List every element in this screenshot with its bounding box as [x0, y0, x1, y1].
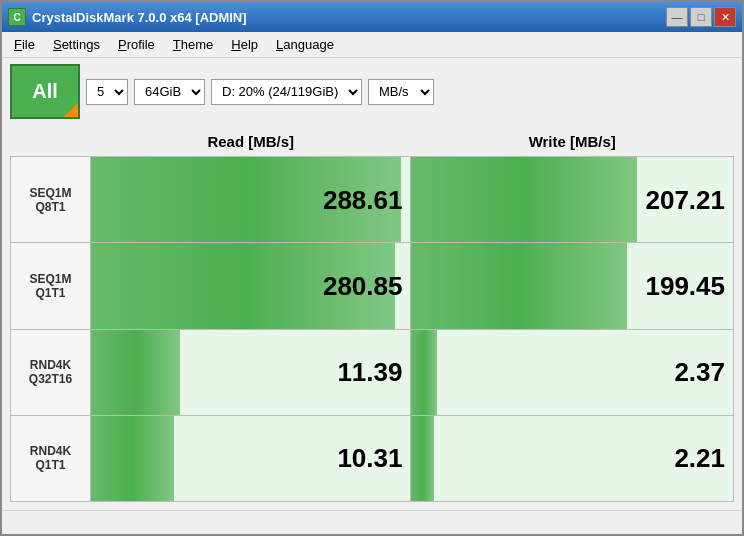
menu-language[interactable]: Language	[268, 34, 342, 55]
drive-select[interactable]: D: 20% (24/119GiB) C:	[211, 79, 362, 105]
table-row: RND4K Q32T16 11.39 2.37	[11, 329, 734, 415]
write-bar	[411, 243, 626, 328]
title-bar-left: C CrystalDiskMark 7.0.0 x64 [ADMIN]	[8, 8, 247, 26]
runs-dropdown[interactable]: 5 1 3 9	[86, 79, 128, 105]
write-value: 2.37	[674, 357, 725, 388]
read-cell: 10.31	[91, 415, 411, 501]
window-title: CrystalDiskMark 7.0.0 x64 [ADMIN]	[32, 10, 247, 25]
close-button[interactable]: ✕	[714, 7, 736, 27]
menu-settings[interactable]: Settings	[45, 34, 108, 55]
menu-help[interactable]: Help	[223, 34, 266, 55]
benchmark-table: Read [MB/s] Write [MB/s] SEQ1M Q8T1 288.…	[10, 129, 734, 502]
col-write-header: Write [MB/s]	[411, 129, 734, 157]
menu-file[interactable]: File	[6, 34, 43, 55]
runs-select[interactable]: 5 1 3 9	[86, 79, 128, 105]
write-bar	[411, 330, 437, 415]
read-cell: 11.39	[91, 329, 411, 415]
unit-dropdown[interactable]: MB/s GB/s IOPS	[368, 79, 434, 105]
write-cell: 199.45	[411, 243, 734, 329]
read-cell: 280.85	[91, 243, 411, 329]
col-read-header: Read [MB/s]	[91, 129, 411, 157]
maximize-button[interactable]: □	[690, 7, 712, 27]
write-value: 207.21	[645, 184, 725, 215]
read-value: 288.61	[323, 184, 403, 215]
row-label: SEQ1M Q1T1	[11, 243, 91, 329]
drive-dropdown[interactable]: D: 20% (24/119GiB) C:	[211, 79, 362, 105]
minimize-button[interactable]: —	[666, 7, 688, 27]
write-cell: 2.37	[411, 329, 734, 415]
table-row: RND4K Q1T1 10.31 2.21	[11, 415, 734, 501]
write-cell: 2.21	[411, 415, 734, 501]
size-dropdown[interactable]: 64GiB 1GiB 4GiB 16GiB 32GiB	[134, 79, 205, 105]
read-bar	[91, 330, 180, 415]
col-label-header	[11, 129, 91, 157]
write-value: 199.45	[645, 270, 725, 301]
menu-theme[interactable]: Theme	[165, 34, 221, 55]
window-controls: — □ ✕	[666, 7, 736, 27]
main-window: C CrystalDiskMark 7.0.0 x64 [ADMIN] — □ …	[0, 0, 744, 536]
unit-select[interactable]: MB/s GB/s IOPS	[368, 79, 434, 105]
status-bar	[2, 510, 742, 534]
content-area: Read [MB/s] Write [MB/s] SEQ1M Q8T1 288.…	[2, 125, 742, 510]
row-label: RND4K Q32T16	[11, 329, 91, 415]
write-cell: 207.21	[411, 157, 734, 243]
size-select[interactable]: 64GiB 1GiB 4GiB 16GiB 32GiB	[134, 79, 205, 105]
title-bar: C CrystalDiskMark 7.0.0 x64 [ADMIN] — □ …	[2, 2, 742, 32]
toolbar: All 5 1 3 9 64GiB 1GiB 4GiB 16GiB 32GiB …	[2, 58, 742, 125]
app-icon: C	[8, 8, 26, 26]
table-row: SEQ1M Q1T1 280.85 199.45	[11, 243, 734, 329]
read-cell: 288.61	[91, 157, 411, 243]
read-bar	[91, 416, 174, 501]
menu-bar: File Settings Profile Theme Help Languag…	[2, 32, 742, 58]
read-value: 11.39	[337, 357, 402, 388]
all-button[interactable]: All	[10, 64, 80, 119]
write-value: 2.21	[674, 443, 725, 474]
row-label: RND4K Q1T1	[11, 415, 91, 501]
table-row: SEQ1M Q8T1 288.61 207.21	[11, 157, 734, 243]
read-value: 280.85	[323, 270, 403, 301]
read-value: 10.31	[337, 443, 402, 474]
menu-profile[interactable]: Profile	[110, 34, 163, 55]
write-bar	[411, 416, 434, 501]
row-label: SEQ1M Q8T1	[11, 157, 91, 243]
write-bar	[411, 157, 636, 242]
